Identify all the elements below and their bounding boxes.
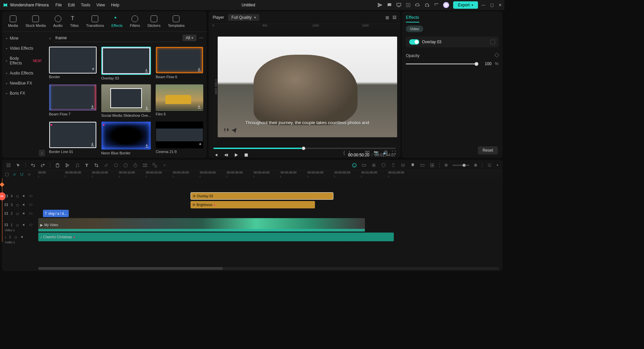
tab-audio[interactable]: Audio <box>51 14 65 29</box>
export-button[interactable]: Export▾ <box>453 1 478 9</box>
speed-icon[interactable] <box>123 163 128 168</box>
prev-frame-icon[interactable] <box>213 152 219 158</box>
opacity-slider[interactable] <box>406 63 477 64</box>
snapshot-icon[interactable]: 📷 <box>374 150 379 155</box>
search-input[interactable] <box>54 34 180 42</box>
menu-edit[interactable]: Edit <box>68 3 75 7</box>
cloud-icon[interactable] <box>415 2 420 8</box>
download-icon[interactable] <box>90 142 95 147</box>
mute-icon[interactable] <box>20 235 24 239</box>
lock-icon[interactable] <box>14 235 18 239</box>
collapse-sidebar-button[interactable]: ‹ <box>39 150 45 156</box>
delete-icon[interactable] <box>55 163 60 168</box>
color-icon[interactable] <box>113 163 118 168</box>
avatar[interactable] <box>443 2 449 8</box>
tab-templates[interactable]: Templates <box>165 14 187 29</box>
download-icon[interactable] <box>145 106 149 110</box>
quality-dropdown[interactable]: Full Quality▾ <box>228 14 259 21</box>
text-icon[interactable] <box>84 163 89 168</box>
ai-face-icon[interactable] <box>352 163 357 168</box>
visibility-icon[interactable] <box>29 211 33 215</box>
effect-border[interactable]: +Border <box>49 47 97 80</box>
send-icon[interactable] <box>377 2 383 8</box>
marker-icon[interactable] <box>410 163 415 168</box>
clip-text[interactable]: Tvlog / a / d... <box>43 210 69 217</box>
zoom-slider[interactable] <box>452 165 469 166</box>
mark-out-icon[interactable]: } <box>349 150 350 155</box>
cat-mine[interactable]: Mine <box>2 33 46 43</box>
group-icon[interactable] <box>152 163 157 168</box>
add-icon[interactable]: + <box>199 141 202 147</box>
zoom-in-icon[interactable]: ⊕ <box>474 163 477 167</box>
mute-icon[interactable] <box>22 203 26 207</box>
cat-newblue-fx[interactable]: NewBlue FX <box>2 78 46 88</box>
render-icon[interactable] <box>430 163 435 168</box>
tab-stock-media[interactable]: Stock Media <box>23 14 49 29</box>
effect-film-5[interactable]: Film 5 <box>156 84 203 118</box>
clip-audio-main[interactable]: ♪Cheerful Christmas♦ <box>38 233 394 241</box>
step-back-icon[interactable] <box>223 152 229 158</box>
grid-icon[interactable] <box>6 163 11 168</box>
opacity-value[interactable]: 100 <box>480 61 491 66</box>
mute-icon[interactable] <box>22 223 26 227</box>
menu-tools[interactable]: Tools <box>81 3 90 7</box>
crop-icon[interactable] <box>94 163 99 168</box>
auto-icon[interactable] <box>27 172 32 177</box>
lock-icon[interactable] <box>15 223 19 227</box>
unlink-icon[interactable] <box>162 163 167 168</box>
visibility-icon[interactable] <box>29 194 33 198</box>
shield-icon[interactable] <box>381 163 386 168</box>
effect-cinema-219[interactable]: +Cinema 21:9 <box>156 121 203 155</box>
snap-icon[interactable] <box>5 172 9 177</box>
props-subtab-video[interactable]: Video <box>406 26 423 32</box>
menu-view[interactable]: View <box>96 3 105 7</box>
download-icon[interactable] <box>90 104 95 109</box>
clip-brightness[interactable]: ⟳Brightness♦ <box>191 201 315 208</box>
tab-effects[interactable]: ✦Effects <box>109 14 125 29</box>
menu-help[interactable]: Help <box>111 3 119 7</box>
reset-effect-icon[interactable] <box>490 40 495 44</box>
maximize-button[interactable]: ▢ <box>490 3 494 7</box>
play-icon[interactable] <box>233 152 239 158</box>
mic-icon[interactable] <box>391 163 396 168</box>
record-icon[interactable] <box>371 163 376 168</box>
effect-neon-blue-border[interactable]: ♥Neon Blue Border <box>101 121 151 155</box>
camera-icon[interactable] <box>362 163 367 168</box>
redo-icon[interactable] <box>40 163 45 168</box>
duration-icon[interactable] <box>420 163 425 168</box>
track-icon[interactable] <box>143 163 148 168</box>
download-icon[interactable] <box>197 104 202 109</box>
layout-icon[interactable]: ▦ <box>385 15 389 20</box>
chat-icon[interactable] <box>387 2 392 8</box>
download-icon[interactable] <box>145 143 149 148</box>
volume-icon[interactable]: 🔊 <box>383 150 388 155</box>
tab-titles[interactable]: TTitles <box>67 14 82 29</box>
screen-icon[interactable]: ⌧ <box>365 150 370 155</box>
undo-icon[interactable] <box>31 163 36 168</box>
tab-transitions[interactable]: Transitions <box>84 14 107 29</box>
effect-beam-flow-7[interactable]: Beam Flow 7 <box>49 84 97 118</box>
effect-overlay-03[interactable]: Overlay 03 <box>101 47 151 80</box>
zoom-out-icon[interactable]: ⊖ <box>444 163 448 167</box>
reset-button[interactable]: Reset <box>478 146 498 154</box>
keyframe-icon[interactable] <box>494 53 499 57</box>
split-icon[interactable] <box>65 163 70 168</box>
mark-in-icon[interactable]: { <box>343 150 345 155</box>
audio-edit-icon[interactable] <box>74 163 79 168</box>
timeline-ruler[interactable]: 00:00 00:00:05:00 00:00:10:00 00:00:15:0… <box>38 171 502 178</box>
mute-icon[interactable] <box>22 211 26 215</box>
effect-enabled-toggle[interactable] <box>409 39 419 45</box>
menu-file[interactable]: File <box>55 3 62 7</box>
download-icon[interactable] <box>197 67 202 72</box>
mute-icon[interactable] <box>22 194 26 198</box>
magnet-icon[interactable] <box>19 172 24 177</box>
cat-boris-fx[interactable]: Boris FX <box>2 88 46 98</box>
visibility-icon[interactable] <box>29 203 33 207</box>
link-icon[interactable] <box>104 163 109 168</box>
timeline-scrollbar[interactable] <box>38 267 499 270</box>
library-icon[interactable] <box>406 2 411 8</box>
minimize-button[interactable]: — <box>481 3 485 7</box>
image-icon[interactable]: 🖼 <box>392 15 396 20</box>
tab-media[interactable]: Media <box>5 14 21 29</box>
tab-filters[interactable]: Filters <box>127 14 143 29</box>
